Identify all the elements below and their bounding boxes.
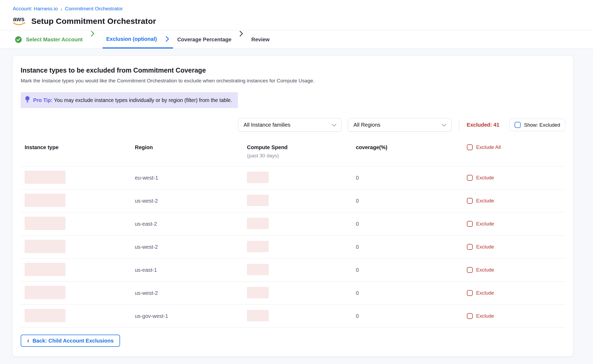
chevron-down-icon bbox=[332, 122, 337, 128]
regions-value: All Regions bbox=[353, 122, 380, 128]
breadcrumb-commitment-orchestrator-link[interactable]: Commitment Orchestrator bbox=[65, 6, 123, 12]
exclusion-panel: Instance types to be excluded from Commi… bbox=[13, 56, 573, 356]
regions-dropdown[interactable]: All Regions bbox=[348, 118, 452, 132]
compute-spend-placeholder bbox=[247, 241, 269, 252]
compute-spend-placeholder bbox=[247, 287, 269, 298]
exclude-all-label: Exclude All bbox=[476, 144, 501, 150]
pro-tip-banner: Pro Tip: You may exclude instance types … bbox=[21, 92, 238, 108]
region-cell: us-east-1 bbox=[135, 267, 247, 273]
lightbulb-icon bbox=[25, 96, 30, 104]
region-cell: us-west-2 bbox=[135, 244, 247, 250]
coverage-cell: 0 bbox=[356, 175, 467, 181]
wizard-stepper: Select Master Account Exclusion (optiona… bbox=[0, 30, 593, 49]
coverage-cell: 0 bbox=[356, 244, 467, 250]
step-label: Exclusion (optional) bbox=[106, 36, 157, 42]
instance-type-placeholder bbox=[25, 217, 65, 230]
instance-type-placeholder bbox=[25, 309, 65, 322]
breadcrumb: Account: Harness.io › Commitment Orchest… bbox=[13, 6, 593, 12]
show-excluded-label: Show: Excluded bbox=[524, 122, 560, 128]
check-circle-icon bbox=[15, 36, 22, 43]
col-region: Region bbox=[135, 144, 247, 150]
back-child-account-exclusions-button[interactable]: ‹ Back: Child Account Exclusions bbox=[21, 335, 120, 347]
instance-type-placeholder bbox=[25, 263, 65, 276]
pro-tip-text: You may exclude instance types individua… bbox=[54, 97, 232, 103]
compute-spend-placeholder bbox=[247, 264, 269, 275]
table-row: eu-west-1 0 Exclude bbox=[21, 166, 565, 189]
exclude-control[interactable]: Exclude bbox=[467, 290, 565, 296]
coverage-cell: 0 bbox=[356, 290, 467, 296]
breadcrumb-separator-icon: › bbox=[60, 6, 62, 12]
step-coverage-percentage[interactable]: Coverage Percentage bbox=[177, 30, 232, 48]
exclude-label: Exclude bbox=[476, 244, 494, 250]
exclude-label: Exclude bbox=[476, 313, 494, 319]
instance-families-value: All Instance families bbox=[244, 122, 290, 128]
compute-spend-placeholder bbox=[247, 310, 269, 321]
coverage-cell: 0 bbox=[356, 267, 467, 273]
breadcrumb-account-link[interactable]: Account: Harness.io bbox=[13, 6, 58, 12]
exclude-control[interactable]: Exclude bbox=[467, 313, 565, 319]
exclude-checkbox[interactable] bbox=[467, 244, 473, 250]
show-excluded-toggle[interactable]: Show: Excluded bbox=[510, 119, 565, 131]
back-button-label: Back: Child Account Exclusions bbox=[33, 338, 114, 344]
region-cell: us-east-2 bbox=[135, 221, 247, 227]
instance-type-placeholder bbox=[25, 194, 65, 207]
table-row: us-east-1 0 Exclude bbox=[21, 259, 565, 282]
compute-spend-placeholder bbox=[247, 195, 269, 206]
coverage-cell: 0 bbox=[356, 313, 467, 319]
table-row: us-gov-west-1 0 Exclude bbox=[21, 305, 565, 328]
table-row: us-west-2 0 Exclude bbox=[21, 282, 565, 305]
exclude-label: Exclude bbox=[476, 221, 494, 227]
exclude-checkbox[interactable] bbox=[467, 221, 473, 227]
exclude-all-control[interactable]: Exclude All bbox=[467, 144, 565, 150]
region-cell: us-gov-west-1 bbox=[135, 313, 247, 319]
table-row: us-east-2 0 Exclude bbox=[21, 212, 565, 236]
page-title: Setup Commitment Orchestrator bbox=[31, 17, 156, 26]
step-exclusion-active: Exclusion (optional) bbox=[103, 30, 173, 48]
col-compute-spend: Compute Spend bbox=[247, 144, 356, 150]
compute-spend-placeholder bbox=[247, 218, 269, 229]
region-cell: eu-west-1 bbox=[135, 175, 247, 181]
chevron-right-icon bbox=[239, 30, 243, 48]
exclude-checkbox[interactable] bbox=[467, 290, 473, 296]
table-row: us-west-2 0 Exclude bbox=[21, 236, 565, 259]
content-area: Instance types to be excluded from Commi… bbox=[0, 49, 593, 364]
show-excluded-checkbox[interactable] bbox=[515, 122, 521, 128]
exclude-label: Exclude bbox=[476, 290, 494, 296]
exclude-checkbox[interactable] bbox=[467, 198, 473, 204]
coverage-cell: 0 bbox=[356, 198, 467, 204]
region-cell: us-west-2 bbox=[135, 198, 247, 204]
exclude-label: Exclude bbox=[476, 198, 494, 204]
step-label: Select Master Account bbox=[26, 37, 83, 43]
exclude-control[interactable]: Exclude bbox=[467, 175, 565, 181]
chevron-right-icon bbox=[91, 30, 95, 48]
exclude-checkbox[interactable] bbox=[467, 313, 473, 319]
step-review[interactable]: Review bbox=[251, 30, 269, 48]
step-exclusion[interactable]: Exclusion (optional) bbox=[106, 36, 157, 42]
coverage-cell: 0 bbox=[356, 221, 467, 227]
region-cell: us-west-2 bbox=[135, 290, 247, 296]
chevron-left-icon: ‹ bbox=[27, 337, 29, 344]
panel-subtitle: Mark the Instance types you would like t… bbox=[21, 78, 565, 84]
exclude-checkbox[interactable] bbox=[467, 175, 473, 181]
exclude-control[interactable]: Exclude bbox=[467, 221, 565, 227]
compute-spend-placeholder bbox=[247, 172, 269, 183]
exclude-all-checkbox[interactable] bbox=[467, 144, 473, 150]
excluded-count: Excluded: 41 bbox=[467, 122, 499, 128]
col-compute-spend-sub: (past 30 days) bbox=[247, 153, 356, 159]
exclude-label: Exclude bbox=[476, 267, 494, 273]
exclude-control[interactable]: Exclude bbox=[467, 244, 565, 250]
exclude-control[interactable]: Exclude bbox=[467, 267, 565, 273]
exclude-label: Exclude bbox=[476, 175, 494, 181]
chevron-down-icon bbox=[442, 122, 446, 128]
exclusion-table: Instance type Region Compute Spend (past… bbox=[21, 144, 565, 328]
step-label: Review bbox=[251, 37, 269, 43]
instance-families-dropdown[interactable]: All Instance families bbox=[238, 118, 342, 132]
chevron-right-icon bbox=[165, 36, 169, 42]
pro-tip-label: Pro Tip: bbox=[33, 97, 52, 103]
exclude-control[interactable]: Exclude bbox=[467, 198, 565, 204]
instance-type-placeholder bbox=[25, 240, 65, 253]
step-select-master-account[interactable]: Select Master Account bbox=[15, 30, 83, 48]
page-header: Account: Harness.io › Commitment Orchest… bbox=[0, 0, 593, 30]
step-label: Coverage Percentage bbox=[177, 37, 232, 43]
exclude-checkbox[interactable] bbox=[467, 267, 473, 273]
